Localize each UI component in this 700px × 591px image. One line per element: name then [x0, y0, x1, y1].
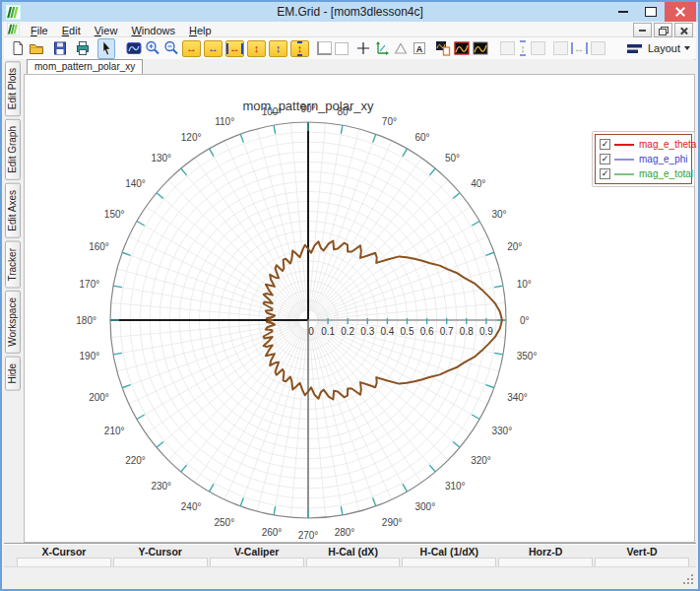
triangle-icon: [393, 40, 409, 56]
open-file-button[interactable]: [28, 38, 45, 59]
legend-item-mag-e-phi: ✓mag_e_phi: [600, 153, 687, 166]
close-button[interactable]: [665, 2, 696, 22]
sidebar: Edit PlotsEdit GraphEdit AxesTrackerWork…: [2, 59, 24, 538]
select-cursor-button[interactable]: [97, 38, 115, 59]
triangle-marker-button[interactable]: [392, 38, 410, 59]
compress-x-button[interactable]: ↔: [203, 38, 223, 59]
new-document-icon: [10, 40, 26, 56]
mdi-minimize-button[interactable]: [633, 23, 652, 37]
frame-inner-button[interactable]: [334, 38, 350, 59]
pane-top-icon: [553, 41, 568, 55]
compress-y-button[interactable]: ↕: [268, 38, 288, 59]
legend-checkbox[interactable]: ✓: [600, 168, 610, 179]
sidebar-item-workspace[interactable]: Workspace: [5, 291, 21, 354]
maximize-button[interactable]: [637, 2, 665, 22]
zoom-in-button[interactable]: [144, 38, 161, 59]
save-file-button[interactable]: [51, 38, 69, 59]
plot-theme-red-button[interactable]: [453, 38, 471, 59]
mdi-close-icon: [680, 27, 688, 34]
resize-grip-icon[interactable]: [684, 575, 693, 584]
svg-text:310°: 310°: [445, 481, 466, 492]
text-a-icon: A: [412, 40, 427, 56]
pane-top-button[interactable]: [552, 38, 569, 59]
fit-y-button[interactable]: ↕: [289, 38, 310, 59]
chevron-down-icon: [684, 46, 690, 50]
mdi-close-button[interactable]: [674, 23, 693, 37]
pane-left-icon: [500, 41, 515, 55]
menu-edit[interactable]: Edit: [55, 25, 88, 36]
svg-text:240°: 240°: [181, 501, 202, 512]
fit-x-button[interactable]: ↔: [224, 38, 245, 59]
legend: ✓mag_e_theta✓mag_e_phi✓mag_e_total: [595, 134, 692, 184]
plot-title: mom_pattern_polar_xy: [160, 98, 456, 113]
zoom-out-button[interactable]: [162, 38, 180, 59]
menu-windows[interactable]: Windows: [124, 25, 182, 36]
pane-bottom-button[interactable]: [590, 38, 606, 59]
svg-text:0.4: 0.4: [380, 326, 394, 337]
svg-text:0.6: 0.6: [420, 326, 434, 337]
svg-text:230°: 230°: [151, 481, 171, 492]
copy-plot-button[interactable]: [434, 38, 452, 59]
mdi-restore-button[interactable]: [654, 23, 672, 37]
frame-outer-button[interactable]: [316, 38, 333, 59]
expand-y-button[interactable]: ↕: [246, 38, 267, 59]
svg-text:320°: 320°: [471, 455, 491, 466]
pane-right-button[interactable]: [530, 38, 546, 59]
svg-text:0°: 0°: [520, 315, 530, 326]
sidebar-item-edit-graph[interactable]: Edit Graph: [5, 119, 21, 180]
svg-text:150°: 150°: [104, 209, 125, 220]
svg-text:330°: 330°: [491, 426, 512, 436]
menu-help[interactable]: Help: [182, 25, 219, 36]
sidebar-item-edit-axes[interactable]: Edit Axes: [5, 183, 21, 238]
split-vertical-button[interactable]: ↕: [517, 38, 529, 59]
legend-checkbox[interactable]: ✓: [600, 139, 610, 150]
plot-theme-dark-button[interactable]: [472, 38, 489, 59]
document-logo-icon: [7, 23, 20, 35]
legend-item-mag-e-total: ✓mag_e_total: [600, 167, 687, 181]
sidebar-item-edit-plots[interactable]: Edit Plots: [5, 61, 21, 116]
text-label-button[interactable]: A: [411, 38, 428, 59]
legend-label: mag_e_total: [639, 168, 693, 179]
zoom-in-icon: [145, 40, 160, 56]
legend-item-mag-e-theta: ✓mag_e_theta: [600, 138, 687, 152]
legend-line-sample: [614, 173, 634, 175]
pane-left-button[interactable]: [499, 38, 516, 59]
plot-theme-red-icon: [454, 40, 470, 56]
layout-menu-button[interactable]: Layout: [620, 39, 696, 58]
crosshair-button[interactable]: [354, 38, 372, 59]
plot-area[interactable]: mom_pattern_polar_xy 0°10°20°30°40°50°60…: [24, 74, 695, 543]
svg-text:130°: 130°: [151, 153, 171, 164]
frame-outer-icon: [317, 41, 332, 55]
split-horizontal-button[interactable]: ↔: [570, 38, 589, 59]
axes-icon: [374, 40, 390, 56]
menu-file[interactable]: File: [24, 25, 55, 36]
cursor-label: H-Cal (dX): [305, 546, 402, 558]
svg-text:120°: 120°: [181, 132, 202, 143]
tab-mom-pattern-polar-xy[interactable]: mom_pattern_polar_xy: [27, 59, 143, 74]
svg-text:A: A: [416, 44, 423, 54]
svg-text:70°: 70°: [382, 116, 397, 127]
minimize-button[interactable]: [609, 2, 637, 22]
frame-inner-icon: [335, 42, 349, 55]
legend-line-sample: [614, 144, 634, 146]
svg-text:0.3: 0.3: [360, 326, 374, 337]
pane-right-icon: [531, 41, 545, 55]
expand-x-icon: ↔: [182, 40, 201, 57]
svg-text:110°: 110°: [215, 116, 234, 127]
cursor-label: H-Cal (1/dX): [401, 546, 497, 558]
plot-style-button[interactable]: [125, 38, 143, 59]
sidebar-item-tracker[interactable]: Tracker: [5, 241, 21, 289]
tab-strip: mom_pattern_polar_xy: [24, 59, 693, 75]
new-document-button[interactable]: [9, 38, 27, 59]
print-button[interactable]: [74, 38, 92, 59]
legend-checkbox[interactable]: ✓: [600, 154, 610, 164]
svg-text:270°: 270°: [298, 530, 319, 541]
menu-view[interactable]: View: [88, 25, 125, 36]
svg-text:30°: 30°: [491, 209, 506, 220]
compress-x-icon: ↔: [204, 40, 223, 57]
expand-x-button[interactable]: ↔: [181, 38, 202, 59]
window-title: EM.Grid - [mom3dlesson4c]: [2, 5, 698, 19]
cursor-label: X-Cursor: [16, 546, 112, 558]
axes-tool-button[interactable]: [373, 38, 391, 59]
sidebar-item-hide[interactable]: Hide: [5, 357, 21, 391]
